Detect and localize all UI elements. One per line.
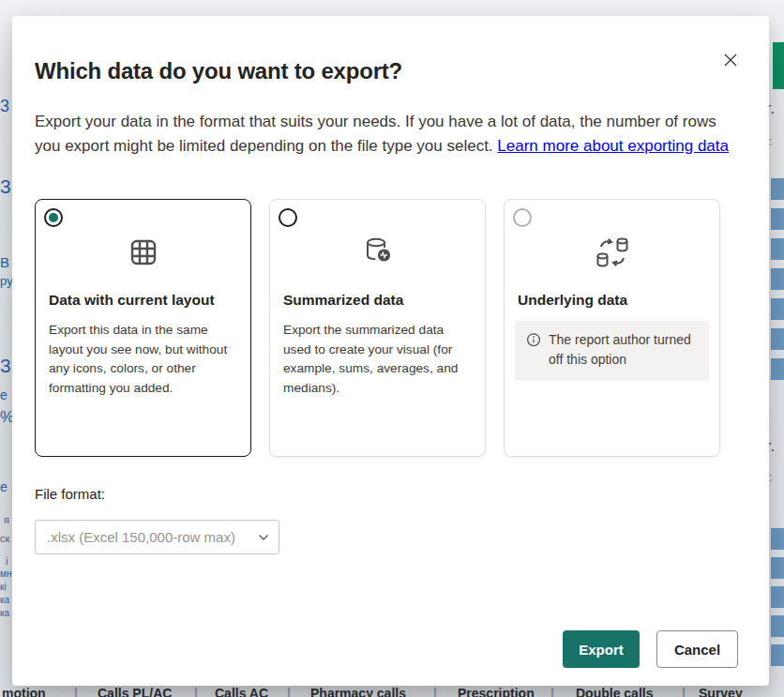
background-text-fragment: ск: [0, 534, 9, 544]
database-sync-icon: [505, 232, 719, 273]
background-text-fragment: мн: [0, 569, 11, 579]
background-text-fragment: кі: [0, 583, 7, 592]
background-text-fragment: 3: [0, 176, 11, 196]
background-text-fragment: %: [0, 409, 13, 425]
background-text-fragment: B: [0, 255, 9, 269]
table-header-fragment: Calls AC: [215, 687, 268, 697]
background-text-fragment: 3: [0, 356, 11, 375]
file-format-value: .xlsx (Excel 150,000-row max): [47, 529, 235, 545]
background-text-fragment: ка: [0, 596, 9, 605]
table-header-fragment: |: [287, 687, 291, 697]
background-text-fragment: py: [0, 275, 13, 287]
background-text-fragment: e: [0, 388, 8, 402]
option-card-underlying-data: Underlying data The report author turned…: [504, 199, 720, 457]
table-header-fragment: motion: [2, 687, 46, 697]
file-format-dropdown[interactable]: .xlsx (Excel 150,000-row max): [35, 520, 279, 554]
chevron-down-icon: [258, 534, 269, 541]
info-message: The report author turned off this option: [549, 330, 701, 370]
radio-selected-dot: [49, 213, 58, 222]
dialog-actions: Export Cancel: [563, 630, 738, 668]
background-text-fragment: i: [6, 557, 8, 567]
table-header-fragment: Prescription: [458, 687, 535, 697]
dialog-description: Export your data in the format that suit…: [35, 110, 733, 158]
background-text-fragment: я: [4, 515, 9, 525]
radio-summarized-data[interactable]: [279, 208, 297, 227]
background-text-fragment: 3: [0, 98, 9, 114]
learn-more-link[interactable]: Learn more about exporting data: [497, 137, 729, 155]
background-text-fragment: ка: [0, 609, 9, 618]
close-icon: [721, 51, 740, 69]
table-header-fragment: Pharmacy calls: [310, 687, 406, 697]
radio-underlying-data: [513, 208, 532, 227]
cancel-button[interactable]: Cancel: [656, 630, 738, 668]
file-format-label: File format:: [35, 486, 746, 502]
option-description: Export the summarized data used to creat…: [283, 321, 472, 398]
table-header-fragment: |: [74, 687, 78, 697]
close-button[interactable]: [719, 49, 742, 71]
background-text-fragment: e: [0, 480, 8, 493]
info-icon: [526, 332, 541, 347]
export-button[interactable]: Export: [563, 630, 640, 668]
option-title: Underlying data: [518, 292, 706, 309]
option-card-data-with-current-layout[interactable]: Data with current layout Export this dat…: [35, 199, 251, 457]
option-card-summarized-data[interactable]: Summarized data Export the summarized da…: [269, 199, 486, 457]
option-title: Data with current layout: [49, 292, 237, 309]
table-header-fragment: |: [682, 687, 686, 697]
table-header-fragment: |: [194, 687, 198, 697]
table-header-fragment: |: [433, 687, 437, 697]
table-header-fragment: Survey: [699, 687, 743, 697]
option-description: Export this data in the same layout you …: [49, 321, 237, 398]
background-table-headers: motion|Calls PL/AC|Calls AC|Pharmacy cal…: [0, 686, 784, 697]
dialog-title: Which data do you want to export?: [35, 16, 746, 84]
radio-data-with-current-layout[interactable]: [44, 208, 63, 227]
table-header-fragment: Double calls: [576, 687, 653, 697]
database-pulse-icon: [270, 232, 485, 273]
table-header-fragment: Calls PL/AC: [98, 687, 172, 697]
disabled-info-box: The report author turned off this option: [515, 321, 709, 381]
table-header-fragment: |: [550, 687, 554, 697]
table-layout-icon: [36, 232, 250, 273]
option-title: Summarized data: [283, 292, 472, 309]
export-data-dialog: Which data do you want to export? Export…: [12, 16, 769, 686]
background-text-left: 33Bpy3e%eяскiмнкікака: [0, 0, 13, 697]
export-option-cards: Data with current layout Export this dat…: [35, 199, 746, 457]
